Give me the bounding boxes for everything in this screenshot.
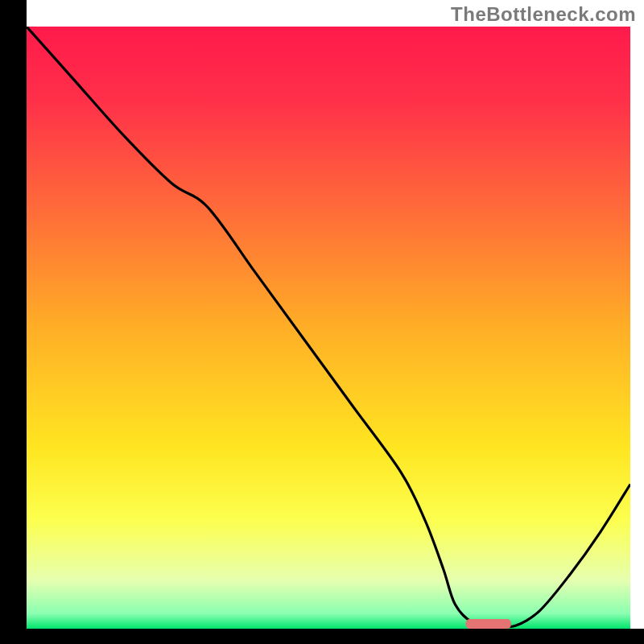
- bottleneck-chart: TheBottleneck.com: [0, 0, 644, 644]
- optimal-range-marker: [466, 619, 511, 629]
- bottom-axis-line: [0, 629, 644, 644]
- chart-svg: [0, 0, 644, 644]
- gradient-background: [27, 27, 630, 629]
- left-axis-line: [0, 0, 27, 644]
- watermark-text: TheBottleneck.com: [451, 3, 636, 26]
